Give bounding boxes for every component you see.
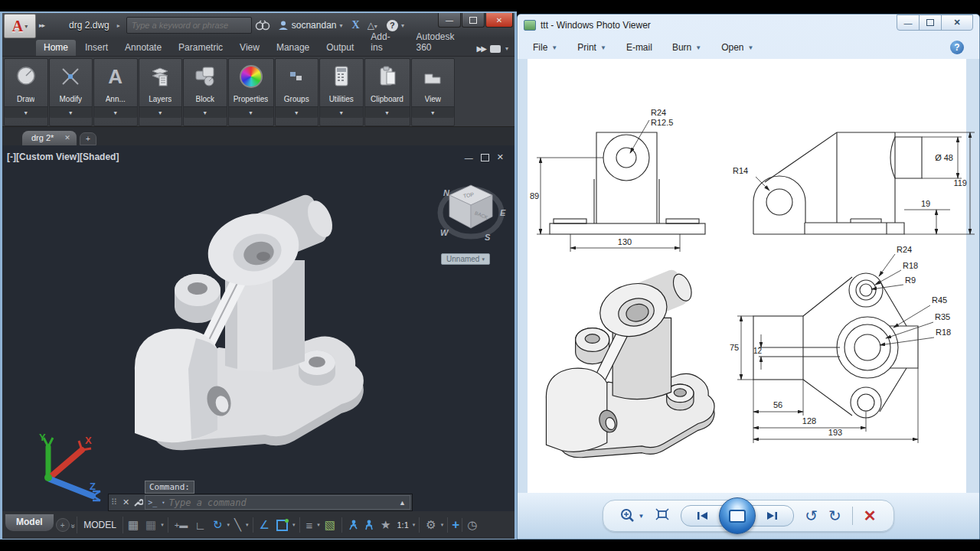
command-bar[interactable]: ⠿ ✕ >_ ▾ ▲ [108,494,413,511]
command-input[interactable] [168,497,396,509]
signin-user[interactable]: socnandan ▾ [278,20,343,31]
panel-dropdown[interactable]: ▼ [5,106,47,118]
autoscale-icon[interactable] [362,518,376,532]
polar-tracking-icon[interactable]: ↻ [211,517,225,533]
command-input-field[interactable]: >_ ▾ ▲ [145,495,410,510]
photo-viewer-controls: ▼ [518,493,979,539]
panel-dropdown[interactable]: ▼ [50,106,93,118]
snap-mode-icon[interactable]: ▦ [143,517,158,533]
isodraft-icon[interactable]: ╲ [232,517,243,533]
object-snap-icon[interactable] [274,518,290,533]
model-space-toggle[interactable]: MODEL [77,517,123,533]
play-slideshow-button[interactable] [719,497,756,534]
close-button[interactable]: ✕ [941,15,973,31]
viewcube-east: E [500,208,506,217]
search-input[interactable] [130,20,248,31]
panel-dropdown[interactable]: ▼ [320,106,363,118]
wrench-icon[interactable] [132,497,143,508]
command-expand-icon[interactable]: ▲ [395,499,410,507]
tab-autodesk360[interactable]: Autodesk 360 [409,29,475,56]
menu-print[interactable]: Print▼ [577,42,606,53]
minimize-button[interactable]: — [438,13,461,28]
ucs-icon: Y X Z [25,430,109,504]
doc-restore-button[interactable] [481,154,489,161]
new-tab-button[interactable]: + [80,132,96,145]
new-layout-button[interactable]: + [56,518,70,532]
ortho-mode-icon[interactable]: ∟ [192,517,208,533]
panel-dropdown[interactable]: ▼ [184,106,227,118]
tab-addins[interactable]: Add-ins [363,29,407,56]
viewcube[interactable]: N W S E TOP BACK [434,173,508,249]
drag-handle-icon[interactable]: ⠿ [109,497,119,507]
annotation-scale-value[interactable]: 1:1 [395,520,410,530]
panel-groups[interactable]: Groups ▼ [275,58,319,126]
panel-properties[interactable]: Properties ▼ [228,58,274,126]
restore-button[interactable] [462,13,485,28]
panel-layers[interactable]: Layers ▼ [139,58,183,126]
tab-parametric[interactable]: Parametric [171,40,230,56]
panel-dropdown[interactable]: ▼ [229,106,273,118]
panel-modify[interactable]: Modify ▼ [49,58,93,126]
minimize-button[interactable]: — [897,15,920,31]
rotate-counterclockwise-button[interactable]: ↺ [805,508,818,523]
exchange-apps-icon[interactable]: X [352,19,360,31]
maximize-button[interactable] [919,15,942,31]
delete-button[interactable]: ✕ [864,508,877,523]
help-icon[interactable]: ? [950,41,964,54]
3d-model-part[interactable] [112,178,380,455]
menu-email[interactable]: E-mail [626,42,652,53]
panel-annotation[interactable]: A Ann... ▼ [93,58,138,126]
viewcube-view-name[interactable]: Unnamed▾ [441,253,490,265]
command-close-icon[interactable]: ✕ [119,497,132,507]
panel-dropdown[interactable]: ▼ [365,106,410,118]
panel-dropdown[interactable]: ▼ [94,106,137,118]
menu-open[interactable]: Open▼ [721,42,753,53]
clock-icon[interactable]: ◷ [462,518,477,532]
grid-display-icon[interactable]: ▦ [126,517,141,533]
fit-to-window-button[interactable] [655,507,670,524]
search-field[interactable] [126,17,252,34]
panel-utilities[interactable]: Utilities ▼ [319,58,364,126]
3d-osnap-icon[interactable]: ▧ [322,517,338,533]
dim-89: 89 [530,191,539,201]
tab-output[interactable]: Output [318,40,361,56]
menu-file[interactable]: File▼ [533,42,557,53]
next-button[interactable] [750,505,794,527]
quick-access-expand-icon[interactable]: ▸▸ [39,21,44,29]
close-icon[interactable]: ✕ [64,134,70,142]
panel-block[interactable]: Block ▼ [183,58,227,126]
ribbon-expand-icon[interactable]: ▶▶ [477,44,485,53]
close-button[interactable]: ✕ [485,13,513,28]
dynamic-input-icon[interactable]: +▬ [172,519,190,531]
panel-dropdown[interactable]: ▼ [412,106,455,118]
isolate-objects-icon[interactable]: + [452,517,459,533]
settings-gear-icon[interactable]: ⚙ [423,517,438,533]
tab-view[interactable]: View [232,40,267,56]
layout-chevrons-icon[interactable]: » [69,523,77,527]
doc-close-button[interactable]: ✕ [497,152,504,162]
ribbon-display-icon[interactable] [490,45,501,53]
tab-annotate[interactable]: Annotate [117,40,169,56]
rotate-clockwise-button[interactable]: ↻ [828,508,841,523]
panel-draw[interactable]: Draw ▼ [4,58,48,126]
file-tab-drg2[interactable]: drg 2* ✕ [22,131,77,145]
zoom-button[interactable]: ▼ [620,508,644,523]
doc-minimize-button[interactable]: — [465,153,473,162]
tab-insert[interactable]: Insert [77,40,116,56]
menu-burn[interactable]: Burn▼ [672,42,701,53]
viewport-controls-label[interactable]: [-][Custom View][Shaded] [7,152,119,162]
tab-home[interactable]: Home [36,40,76,56]
object-snap-tracking-icon[interactable]: ∠ [257,517,272,533]
panel-dropdown[interactable]: ▼ [139,106,182,118]
binoculars-search-icon[interactable] [255,20,270,31]
annotation-visibility-icon[interactable] [346,518,360,532]
panel-clipboard[interactable]: Clipboard ▼ [364,58,410,126]
model-viewport[interactable]: [-][Custom View][Shaded] — ✕ N W S E TOP… [2,145,514,511]
annotation-scale-star-icon[interactable]: ★ [378,517,393,533]
lineweight-icon[interactable]: ≡ [304,517,315,533]
model-layout-tab[interactable]: Model [5,514,54,531]
panel-view[interactable]: View ▼ [411,58,456,126]
autocad-app-button[interactable]: A ▾ [4,14,36,38]
tab-manage[interactable]: Manage [269,40,317,56]
panel-dropdown[interactable]: ▼ [276,106,318,118]
